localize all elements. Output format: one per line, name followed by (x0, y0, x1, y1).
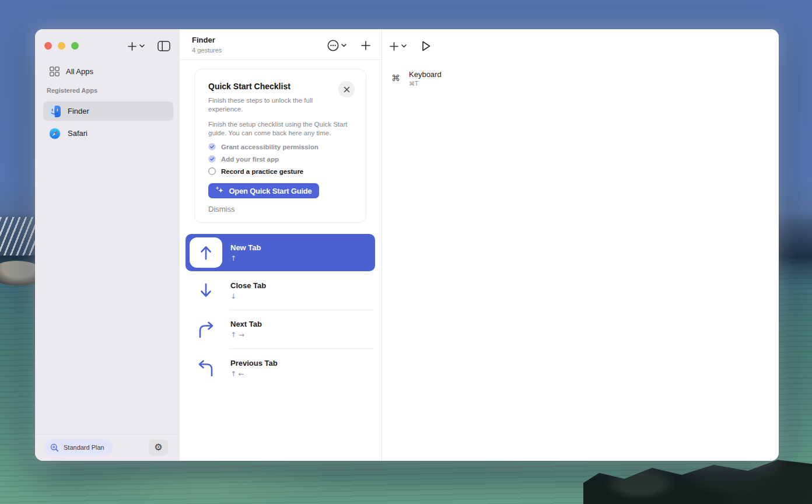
dismiss-link[interactable]: Dismiss (208, 205, 235, 214)
gesture-name: New Tab (230, 243, 261, 252)
checklist-item-first-app: Add your first app (208, 155, 279, 163)
gesture-shortcut: ↑ → (230, 331, 262, 339)
gear-icon: ⚙ (154, 443, 162, 452)
gesture-shortcut: ↑ (230, 254, 261, 262)
checklist-item-label: Record a practice gesture (221, 168, 303, 175)
arrow-up-icon (190, 237, 222, 268)
gesture-name: Next Tab (230, 320, 262, 328)
open-quick-start-guide-button[interactable]: Open Quick Start Guide (208, 183, 319, 198)
wallpaper-shallow-water (76, 464, 344, 504)
sidebar-footer: Standard Plan ⚙ (35, 434, 180, 461)
plus-icon (360, 40, 371, 51)
checklist-item-label: Grant accessibility permission (221, 144, 318, 150)
gesture-shortcut: ↑ ← (230, 370, 278, 378)
plan-badge-label: Standard Plan (64, 444, 104, 451)
gestures-panel: Finder 4 gestures (180, 29, 382, 461)
quick-start-title: Quick Start Checklist (208, 82, 290, 91)
toggle-sidebar-button[interactable] (158, 41, 170, 51)
action-shortcut: ⌘T (409, 80, 442, 87)
run-action-button[interactable] (419, 39, 432, 53)
arrow-curve-right-icon (190, 314, 222, 345)
plan-badge[interactable]: Standard Plan (44, 439, 113, 456)
actions-panel: ⌘ Keyboard ⌘T (382, 29, 779, 461)
checklist-item-label: Add your first app (221, 156, 279, 163)
add-gesture-button[interactable] (360, 40, 371, 51)
checklist-item-practice-gesture: Record a practice gesture (208, 167, 303, 175)
safari-label: Safari (68, 129, 88, 138)
safari-app-icon (49, 128, 61, 139)
sidebar-item-finder[interactable]: Finder (43, 102, 173, 121)
plus-icon (389, 41, 399, 51)
chevron-down-icon (139, 44, 145, 48)
screen: All Apps Registered Apps Finder (0, 0, 812, 504)
quick-start-card: Quick Start Checklist Finish these steps… (194, 69, 366, 223)
finder-label: Finder (68, 107, 89, 116)
gesture-shortcut: ↓ (230, 292, 266, 300)
action-item-keyboard[interactable]: ⌘ Keyboard ⌘T (391, 70, 442, 87)
all-apps-label: All Apps (66, 67, 93, 76)
panel-title: Finder (192, 36, 215, 44)
quick-start-intro: Finish these steps to unlock the full ex… (208, 96, 325, 114)
close-window-button[interactable] (44, 42, 52, 50)
quick-start-description: Finish the setup checklist using the Qui… (208, 120, 355, 138)
chevron-down-icon (401, 44, 407, 48)
arrow-curve-left-icon (190, 353, 222, 383)
unchecked-circle-icon (208, 167, 216, 175)
plus-icon (127, 41, 137, 51)
checked-circle-icon (208, 143, 216, 150)
sidebar-icon (158, 41, 170, 51)
app-window: All Apps Registered Apps Finder (35, 29, 779, 461)
minimize-window-button[interactable] (58, 42, 65, 50)
zoom-window-button[interactable] (71, 42, 79, 50)
registered-apps-header: Registered Apps (47, 87, 97, 94)
grid-icon (50, 66, 60, 76)
sidebar-item-safari[interactable]: Safari (43, 124, 173, 143)
chevron-down-icon (341, 44, 346, 47)
gesture-row-new-tab[interactable]: New Tab ↑ (186, 234, 375, 271)
settings-button[interactable]: ⚙ (149, 439, 168, 456)
sparkle-icon (215, 186, 225, 195)
action-name: Keyboard (409, 70, 442, 79)
gesture-row-next-tab[interactable]: Next Tab ↑ → (186, 310, 375, 348)
more-options-button[interactable] (327, 39, 346, 52)
checklist-item-accessibility: Grant accessibility permission (208, 143, 318, 150)
ellipsis-circle-icon (327, 39, 340, 52)
cta-label: Open Quick Start Guide (229, 187, 312, 195)
close-icon (344, 86, 350, 93)
arrow-down-icon (190, 275, 222, 306)
zoom-in-icon (50, 443, 59, 452)
add-action-button[interactable] (389, 40, 412, 52)
gesture-row-previous-tab[interactable]: Previous Tab ↑ ← (186, 349, 375, 387)
play-icon (419, 39, 432, 53)
checked-circle-icon (208, 155, 216, 163)
gesture-name: Close Tab (230, 281, 266, 290)
command-icon: ⌘ (391, 73, 400, 83)
close-card-button[interactable] (338, 81, 355, 97)
gesture-row-close-tab[interactable]: Close Tab ↓ (186, 271, 375, 310)
gestures-panel-header: Finder 4 gestures (180, 29, 382, 60)
finder-app-icon (49, 106, 61, 117)
panel-subtitle: 4 gestures (192, 47, 222, 54)
sidebar: All Apps Registered Apps Finder (35, 29, 180, 461)
gesture-name: Previous Tab (230, 359, 278, 368)
add-app-button[interactable] (127, 40, 150, 52)
sidebar-item-all-apps[interactable]: All Apps (42, 62, 173, 80)
